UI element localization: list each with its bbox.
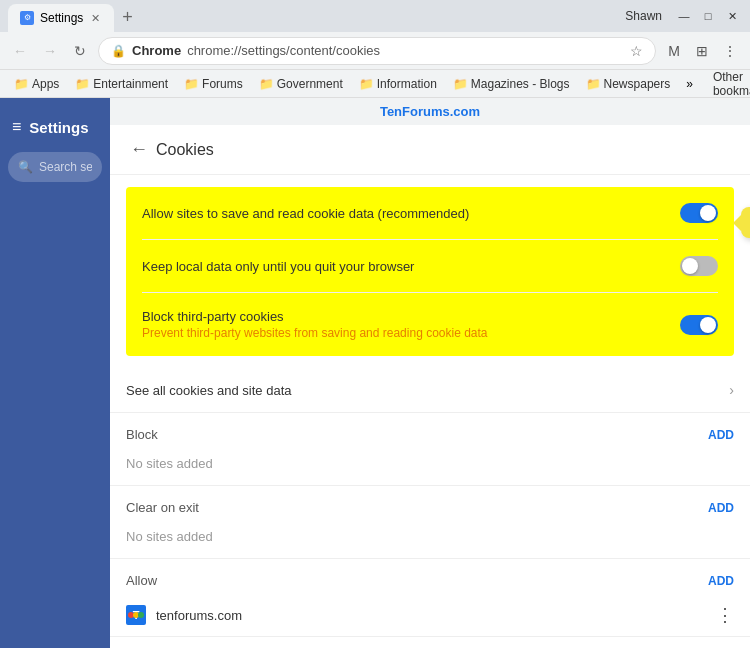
active-tab[interactable]: ⚙ Settings ✕ <box>8 4 114 32</box>
sidebar-header: ≡ Settings <box>0 110 110 144</box>
toggle-track <box>680 315 718 335</box>
folder-icon: 📁 <box>453 77 468 91</box>
allow-label: Allow <box>126 573 157 588</box>
back-arrow-button[interactable]: ← <box>130 139 148 160</box>
bookmark-label: Magazines - Blogs <box>471 77 570 91</box>
allow-cookies-text: Allow sites to save and read cookie data… <box>142 206 680 221</box>
see-all-cookies-row[interactable]: See all cookies and site data › <box>110 368 750 413</box>
bookmark-label: Entertainment <box>93 77 168 91</box>
toggle-thumb <box>700 205 716 221</box>
allow-add-button[interactable]: ADD <box>708 574 734 588</box>
bookmark-label: Forums <box>202 77 243 91</box>
folder-icon: 📁 <box>184 77 199 91</box>
tab-label: Settings <box>40 11 83 25</box>
bookmark-government[interactable]: 📁 Government <box>253 75 349 93</box>
block-label: Block <box>126 427 158 442</box>
clear-on-exit-empty-label: No sites added <box>110 521 750 559</box>
bookmark-entertainment[interactable]: 📁 Entertainment <box>69 75 174 93</box>
keep-local-data-text: Keep local data only until you quit your… <box>142 259 680 274</box>
bookmarks-more-button[interactable]: » <box>680 75 699 93</box>
block-add-button[interactable]: ADD <box>708 428 734 442</box>
bookmark-label: Newspapers <box>604 77 671 91</box>
forward-button[interactable]: → <box>38 39 62 63</box>
minimize-button[interactable]: — <box>674 6 694 26</box>
block-third-party-sublabel: Prevent third-party websites from saving… <box>142 326 680 340</box>
search-icon: 🔍 <box>18 160 33 174</box>
toggle-thumb <box>700 317 716 333</box>
chevron-right-icon: › <box>729 382 734 398</box>
clear-on-exit-section-header: Clear on exit ADD <box>110 486 750 521</box>
search-input[interactable] <box>39 160 92 174</box>
folder-icon: 📁 <box>259 77 274 91</box>
keep-local-data-toggle[interactable] <box>680 256 718 276</box>
sidebar-menu-icon[interactable]: ≡ <box>12 118 21 136</box>
titlebar-user: Shawn <box>625 9 662 23</box>
block-third-party-label: Block third-party cookies <box>142 309 680 324</box>
bookmark-apps[interactable]: 📁 Apps <box>8 75 65 93</box>
bookmark-star-icon[interactable]: ☆ <box>630 43 643 59</box>
site-more-button[interactable]: ⋮ <box>716 604 734 626</box>
watermark: TenForums.com <box>110 98 750 125</box>
allow-section-header: Allow ADD <box>110 559 750 594</box>
site-row-tenforums[interactable]: T tenforums.com ⋮ <box>110 594 750 637</box>
allow-cookies-label: Allow sites to save and read cookie data… <box>142 206 680 221</box>
bookmark-newspapers[interactable]: 📁 Newspapers <box>580 75 677 93</box>
bookmark-label: Information <box>377 77 437 91</box>
divider <box>142 239 718 240</box>
toggle-track <box>680 256 718 276</box>
clear-on-exit-add-button[interactable]: ADD <box>708 501 734 515</box>
block-third-party-toggle[interactable] <box>680 315 718 335</box>
toggle-thumb <box>682 258 698 274</box>
url-chrome-label: Chrome <box>132 43 181 58</box>
sidebar-title: Settings <box>29 119 88 136</box>
titlebar-tabs: ⚙ Settings ✕ + <box>8 0 137 32</box>
new-tab-button[interactable]: + <box>118 3 137 32</box>
keep-local-data-label: Keep local data only until you quit your… <box>142 259 680 274</box>
extension-icon-2[interactable]: ⊞ <box>690 39 714 63</box>
toolbar-icons: M ⊞ ⋮ <box>662 39 742 63</box>
main-content: TenForums.com ← Cookies Allow sites to s… <box>110 98 750 648</box>
bookmark-forums[interactable]: 📁 Forums <box>178 75 249 93</box>
allow-cookies-toggle[interactable] <box>680 203 718 223</box>
clear-on-exit-label: Clear on exit <box>126 500 199 515</box>
allow-cookies-row[interactable]: Allow sites to save and read cookie data… <box>126 191 734 235</box>
back-button[interactable]: ← <box>8 39 32 63</box>
cookies-header: ← Cookies <box>110 125 750 175</box>
block-third-party-text: Block third-party cookies Prevent third-… <box>142 309 680 340</box>
refresh-button[interactable]: ↻ <box>68 39 92 63</box>
titlebar: ⚙ Settings ✕ + Shawn — □ ✕ <box>0 0 750 32</box>
url-bar[interactable]: 🔒 Chrome chrome://settings/content/cooki… <box>98 37 656 65</box>
folder-icon: 📁 <box>359 77 374 91</box>
block-third-party-row[interactable]: Block third-party cookies Prevent third-… <box>126 297 734 352</box>
settings-container: ≡ Settings 🔍 TenForums.com ← Cookies All… <box>0 98 750 648</box>
other-bookmarks[interactable]: Other bookmarks <box>707 70 750 98</box>
block-section-header: Block ADD <box>110 413 750 448</box>
addressbar: ← → ↻ 🔒 Chrome chrome://settings/content… <box>0 32 750 70</box>
bookmark-magazines[interactable]: 📁 Magazines - Blogs <box>447 75 576 93</box>
url-text: chrome://settings/content/cookies <box>187 43 380 58</box>
divider <box>142 292 718 293</box>
bookmark-information[interactable]: 📁 Information <box>353 75 443 93</box>
tenforums-favicon: T <box>126 605 146 625</box>
keep-local-data-row[interactable]: Keep local data only until you quit your… <box>126 244 734 288</box>
lock-icon: 🔒 <box>111 44 126 58</box>
titlebar-controls: Shawn — □ ✕ <box>625 6 742 26</box>
folder-icon: 📁 <box>586 77 601 91</box>
maximize-button[interactable]: □ <box>698 6 718 26</box>
block-empty-label: No sites added <box>110 448 750 486</box>
folder-icon: 📁 <box>14 77 29 91</box>
bookmark-label: Government <box>277 77 343 91</box>
see-all-cookies-label: See all cookies and site data <box>126 383 292 398</box>
tab-close-button[interactable]: ✕ <box>89 10 102 27</box>
toggle-track <box>680 203 718 223</box>
svg-point-4 <box>138 612 144 618</box>
callout-tooltip: Turn On or Off <box>741 207 750 238</box>
bookmarks-bar: 📁 Apps 📁 Entertainment 📁 Forums 📁 Govern… <box>0 70 750 98</box>
menu-button[interactable]: ⋮ <box>718 39 742 63</box>
site-name: tenforums.com <box>156 608 706 623</box>
extension-icon-1[interactable]: M <box>662 39 686 63</box>
bookmark-label: Apps <box>32 77 59 91</box>
folder-icon: 📁 <box>75 77 90 91</box>
close-button[interactable]: ✕ <box>722 6 742 26</box>
search-bar[interactable]: 🔍 <box>8 152 102 182</box>
